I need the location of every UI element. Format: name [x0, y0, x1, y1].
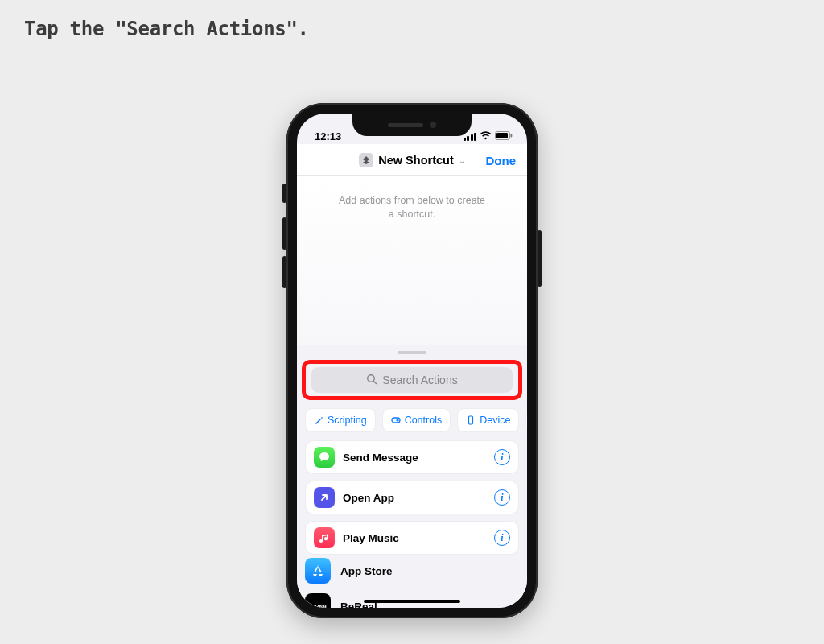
search-placeholder: Search Actions	[382, 374, 457, 386]
canvas-hint: Add actions from below to create a short…	[297, 194, 527, 221]
volume-up-button	[282, 217, 286, 250]
info-icon[interactable]: i	[494, 489, 510, 506]
cellular-signal-icon	[464, 133, 477, 141]
search-highlight: Search Actions	[302, 360, 522, 400]
nav-bar: New Shortcut ⌄ Done	[297, 144, 527, 176]
chevron-down-icon: ⌄	[459, 156, 465, 165]
bereal-icon: BeReal.	[305, 593, 331, 608]
actions-drawer: Search Actions Scripting Controls Device	[297, 345, 527, 608]
app-bereal[interactable]: BeReal. BeReal.	[305, 588, 519, 608]
info-icon[interactable]: i	[494, 530, 510, 546]
chip-device[interactable]: Device	[457, 408, 519, 432]
svg-point-6	[396, 419, 398, 421]
app-appstore[interactable]: App Store	[305, 553, 519, 588]
svg-line-4	[374, 381, 377, 383]
action-label: Play Music	[343, 532, 486, 544]
power-button	[538, 230, 542, 287]
suggested-actions: Send Message i Open App i Play Music i	[305, 440, 519, 555]
info-icon[interactable]: i	[494, 449, 510, 465]
wifi-icon	[480, 130, 492, 142]
action-label: Send Message	[343, 452, 486, 464]
switch-icon	[391, 415, 401, 425]
done-button[interactable]: Done	[486, 153, 517, 167]
page-title: New Shortcut	[378, 154, 453, 167]
chip-scripting[interactable]: Scripting	[305, 408, 376, 432]
shortcuts-icon	[359, 153, 373, 167]
status-bar: 12:13	[297, 114, 527, 144]
action-label: Open App	[343, 492, 486, 504]
open-app-icon	[314, 487, 335, 508]
search-actions-input[interactable]: Search Actions	[311, 367, 513, 393]
battery-icon	[495, 130, 513, 142]
drawer-grabber[interactable]	[398, 351, 426, 354]
action-play-music[interactable]: Play Music i	[305, 521, 519, 555]
phone-icon	[466, 415, 476, 425]
action-send-message[interactable]: Send Message i	[305, 440, 519, 474]
title-button[interactable]: New Shortcut ⌄	[359, 153, 464, 167]
svg-rect-7	[469, 416, 473, 424]
search-icon	[366, 374, 377, 387]
chip-controls[interactable]: Controls	[382, 408, 451, 432]
appstore-icon	[305, 558, 331, 584]
phone-frame: 12:13 New Shortcut ⌄	[286, 103, 538, 618]
volume-down-button	[282, 256, 286, 288]
phone-screen: 12:13 New Shortcut ⌄	[297, 114, 527, 608]
music-icon	[314, 527, 335, 548]
shortcut-canvas: Add actions from below to create a short…	[297, 176, 527, 345]
chip-more[interactable]	[525, 408, 527, 432]
messages-icon	[314, 447, 335, 468]
category-chips: Scripting Controls Device	[305, 408, 527, 434]
action-open-app[interactable]: Open App i	[305, 481, 519, 514]
svg-rect-2	[511, 134, 513, 138]
app-label: App Store	[340, 565, 393, 577]
status-time: 12:13	[315, 130, 341, 142]
instruction-text: Tap the "Search Actions".	[24, 18, 309, 40]
wand-icon	[314, 415, 323, 425]
svg-rect-1	[496, 133, 508, 138]
home-indicator[interactable]	[364, 600, 460, 603]
mute-switch	[282, 184, 286, 203]
